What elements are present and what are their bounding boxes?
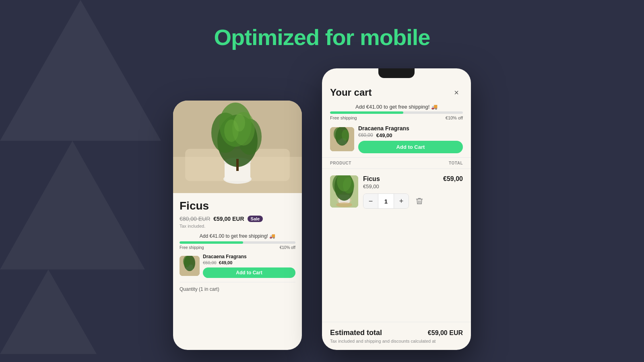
- phone-notch: [378, 68, 415, 78]
- col-total: TOTAL: [449, 161, 463, 165]
- qty-value: 1: [378, 194, 394, 208]
- upsell-details: Dracaena Fragrans €60,00 €49,00 Add to C…: [203, 254, 295, 278]
- cart-title: Your cart: [330, 87, 372, 98]
- cart-upsell-details: Dracaena Fragrans €60,00 €49,00 Add to C…: [358, 125, 463, 153]
- cart-progress-fill: [330, 111, 403, 114]
- cart-item-unit-price: €59,00: [363, 183, 438, 189]
- upsell-image: [180, 256, 200, 276]
- cart-upsell-old-price: €60,00: [358, 132, 373, 138]
- discount-label: €10% off: [280, 245, 295, 250]
- upsell-item: Dracaena Fragrans €60,00 €49,00 Add to C…: [180, 254, 295, 278]
- shipping-banner: Add €41.00 to get free shipping! 🚚: [180, 233, 295, 239]
- svg-point-32: [336, 202, 352, 207]
- cart-item-name: Ficus: [363, 175, 438, 183]
- cart-free-shipping-label: Free shipping: [330, 115, 357, 120]
- cart-discount-label: €10% off: [446, 115, 463, 120]
- cart-upsell-new-price: €49,00: [376, 132, 392, 138]
- qty-increase-button[interactable]: +: [394, 194, 409, 208]
- product-name: Ficus: [180, 200, 295, 212]
- svg-rect-13: [236, 159, 239, 171]
- product-info: Ficus €80,00 EUR €59,00 EUR Sale Tax inc…: [173, 193, 302, 301]
- close-button[interactable]: ×: [450, 86, 463, 99]
- upsell-prices: €60,00 €49,00: [203, 260, 295, 265]
- phone-right: Your cart × Add €41.00 to get free shipp…: [322, 68, 471, 350]
- tax-note: Tax included and shipping and discounts …: [330, 339, 463, 343]
- estimated-total-value: €59,00 EUR: [428, 329, 463, 337]
- cart-item: Ficus €59,00 − 1 +: [322, 169, 471, 215]
- progress-bar-fill: [180, 241, 243, 244]
- progress-labels: Free shipping €10% off: [180, 245, 295, 250]
- phones-container: Ficus €80,00 EUR €59,00 EUR Sale Tax inc…: [173, 68, 471, 358]
- cart-item-details: Ficus €59,00 − 1 +: [363, 175, 438, 209]
- cart-add-to-cart-button[interactable]: Add to Cart: [358, 141, 463, 153]
- sale-price: €59,00 EUR: [213, 216, 244, 222]
- cart-footer: Estimated total €59,00 EUR Tax included …: [322, 322, 471, 350]
- left-add-to-cart-button[interactable]: Add to Cart: [203, 267, 295, 278]
- cart-item-controls: − 1 +: [363, 193, 438, 209]
- cart-upsell-prices: €60,00 €49,00: [358, 132, 463, 138]
- phone-left: Ficus €80,00 EUR €59,00 EUR Sale Tax inc…: [173, 101, 302, 350]
- upsell-new-price: €49,00: [219, 260, 233, 265]
- phone-right-content: Your cart × Add €41.00 to get free shipp…: [322, 68, 471, 350]
- cart-progress-labels: Free shipping €10% off: [322, 115, 471, 120]
- cart-table-header: PRODUCT TOTAL: [322, 157, 471, 169]
- cart-item-total: €59,00: [443, 175, 463, 183]
- page-title: Optimized for mobile: [0, 0, 644, 50]
- cart-shipping-banner: Add €41.00 to get free shipping! 🚚: [322, 104, 471, 111]
- delete-item-button[interactable]: [415, 197, 423, 205]
- cart-upsell-name: Dracaena Fragrans: [358, 125, 463, 132]
- estimated-total-label: Estimated total: [330, 329, 382, 337]
- tax-info: Tax included.: [180, 224, 295, 228]
- price-row: €80,00 EUR €59,00 EUR Sale: [180, 216, 295, 222]
- cart-progress-bar: [330, 111, 463, 114]
- free-shipping-label: Free shipping: [180, 245, 204, 250]
- svg-point-12: [234, 114, 245, 132]
- svg-point-18: [183, 256, 190, 267]
- cart-upsell-image: [330, 127, 354, 151]
- svg-point-24: [342, 130, 349, 141]
- sale-badge: Sale: [248, 216, 263, 222]
- product-image-svg: [173, 101, 302, 193]
- col-product: PRODUCT: [330, 161, 351, 165]
- cart-upsell: Dracaena Fragrans €60,00 €49,00 Add to C…: [322, 125, 471, 157]
- cart-item-image: [330, 175, 358, 208]
- product-image: [173, 101, 302, 193]
- progress-bar-bg: [180, 241, 295, 244]
- original-price: €80,00 EUR: [180, 216, 210, 222]
- divider: [180, 282, 295, 282]
- upsell-old-price: €60,00: [203, 260, 217, 265]
- upsell-name: Dracaena Fragrans: [203, 254, 295, 259]
- quantity-controls: − 1 +: [363, 193, 409, 209]
- estimated-total-row: Estimated total €59,00 EUR: [330, 329, 463, 337]
- qty-decrease-button[interactable]: −: [363, 194, 378, 208]
- progress-container: Free shipping €10% off: [180, 241, 295, 250]
- phone-left-content: Ficus €80,00 EUR €59,00 EUR Sale Tax inc…: [173, 101, 302, 350]
- svg-point-23: [334, 128, 343, 140]
- cart-header: Your cart ×: [322, 80, 471, 104]
- quantity-label: Quantity (1 in cart): [180, 286, 295, 292]
